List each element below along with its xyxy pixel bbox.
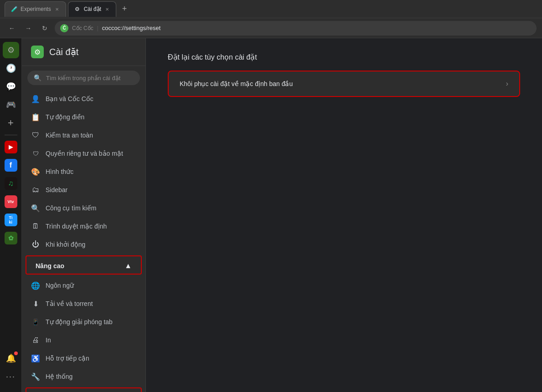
nav-label-kiem-tra-an-toan: Kiểm tra an toàn (46, 132, 93, 139)
nav-item-ho-tro-tiep-can[interactable]: ♿ Hỗ trợ tiếp cận (22, 349, 145, 367)
nav-icon-khi-khoi-dong: ⏻ (31, 240, 40, 249)
nav-item-sidebar[interactable]: 🗂 Sidebar (22, 181, 145, 199)
nav-item-cong-cu-tim-kiem[interactable]: 🔍 Công cụ tìm kiếm (22, 199, 145, 217)
sidebar-icon-settings[interactable]: ⚙ (3, 42, 19, 58)
nav-label-cong-cu-tim-kiem: Công cụ tìm kiếm (46, 204, 96, 212)
nav-label-tu-dong-giai-phong-tab: Tự động giải phóng tab (46, 318, 113, 326)
tabs-container: 🧪 Experiments ✕ ⚙ Cài đặt ✕ + (5, 1, 537, 17)
nav-item-kiem-tra-an-toan[interactable]: 🛡 Kiểm tra an toàn (22, 126, 145, 144)
greentool-glyph: ✿ (5, 232, 17, 244)
refresh-button[interactable]: ↻ (38, 22, 51, 35)
nav-label-ngon-ngu: Ngôn ngữ (46, 282, 74, 289)
nav-item-dat-lai[interactable]: 🔄 Đặt lại các tùy chọn cài đặt (26, 387, 142, 392)
nav-item-ngon-ngu[interactable]: 🌐 Ngôn ngữ (22, 276, 145, 295)
nav-item-tai-ve-va-torrent[interactable]: ⬇ Tải về và torrent (22, 295, 145, 313)
address-bar[interactable]: Ć Cốc Cốc | coccoc://settings/reset (55, 21, 537, 36)
nav-label-in: In (46, 336, 51, 344)
nav-icon-quyen-rieng-tu: 🛡 (31, 149, 40, 158)
reset-option-label: Khôi phục cài đặt về mặc định ban đầu (180, 80, 293, 87)
address-url: coccoc://settings/reset (102, 25, 161, 31)
nav-icon-cong-cu-tim-kiem: 🔍 (31, 204, 40, 213)
nav-icon-ho-tro-tiep-can: ♿ (31, 354, 40, 363)
add-glyph: + (8, 117, 14, 129)
sidebar-icon-youtube[interactable]: ▶ (3, 139, 19, 155)
forward-button[interactable]: → (22, 22, 35, 35)
more-glyph: ··· (6, 372, 15, 382)
tab-bar: 🧪 Experiments ✕ ⚙ Cài đặt ✕ + (0, 0, 542, 18)
nav-item-tu-dong-giai-phong-tab[interactable]: 📱 Tự động giải phóng tab (22, 313, 145, 331)
nav-label-hinh-thuc: Hình thức (46, 168, 73, 175)
tab-close-experiments[interactable]: ✕ (54, 6, 60, 12)
sidebar-icon-greentool[interactable]: ✿ (3, 230, 19, 246)
spotify-glyph: ♫ (5, 177, 17, 190)
tab-close-settings[interactable]: ✕ (104, 6, 110, 12)
sidebar-icon-notification[interactable]: 🔔 (3, 350, 19, 367)
gaming-glyph: 🎮 (6, 100, 16, 110)
settings-nav-panel: ⚙ Cài đặt 🔍 Tìm kiếm trong phần cài đặt … (22, 38, 146, 392)
nav-icon-he-thong: 🔧 (31, 372, 40, 381)
nav-items-list: 👤 Bạn và Cốc Cốc 📋 Tự động điền 🛡 Kiểm t… (22, 90, 145, 392)
nav-icon-kiem-tra-an-toan: 🛡 (31, 131, 40, 140)
nav-icon-tai-ve-va-torrent: ⬇ (31, 299, 40, 308)
left-sidebar: ⚙ 🕐 💬 🎮 + ▶ f ♫ Vtv Tiki ✿ 🔔 (0, 38, 22, 392)
nav-label-he-thong: Hệ thống (46, 373, 72, 380)
nav-label-ban-va-coc-coc: Bạn và Cốc Cốc (46, 95, 93, 102)
left-sidebar-bottom: 🔔 ··· (3, 350, 19, 388)
nav-item-hinh-thuc[interactable]: 🎨 Hình thức (22, 163, 145, 181)
reset-option-card[interactable]: Khôi phục cài đặt về mặc định ban đầu › (168, 71, 520, 97)
nav-item-tu-dong-dien[interactable]: 📋 Tự động điền (22, 108, 145, 126)
address-favicon: Ć (60, 24, 68, 32)
notification-glyph: 🔔 (6, 353, 16, 363)
advanced-section-header[interactable]: Nâng cao ▲ (26, 255, 142, 275)
facebook-glyph: f (5, 159, 17, 172)
nav-item-quyen-rieng-tu[interactable]: 🛡 Quyền riêng tư và bảo mật (22, 144, 145, 163)
nav-label-ho-tro-tiep-can: Hỗ trợ tiếp cận (46, 355, 89, 362)
sidebar-icon-gaming[interactable]: 🎮 (3, 97, 19, 113)
history-glyph: 🕐 (6, 63, 16, 73)
tab-favicon-experiments: 🧪 (10, 5, 18, 13)
nav-item-he-thong[interactable]: 🔧 Hệ thống (22, 367, 145, 386)
tab-settings[interactable]: ⚙ Cài đặt ✕ (68, 1, 116, 17)
tab-label-experiments: Experiments (21, 6, 51, 12)
advanced-section-chevron: ▲ (124, 262, 132, 270)
nav-icon-tu-dong-giai-phong-tab: 📱 (31, 317, 40, 326)
nav-icon-trinh-duyet-mac-dinh: 🗓 (31, 222, 40, 231)
nav-label-quyen-rieng-tu: Quyền riêng tư và bảo mật (46, 150, 123, 157)
sidebar-icon-messenger[interactable]: 💬 (3, 78, 19, 95)
sidebar-separator-1 (5, 135, 17, 135)
nav-label-khi-khoi-dong: Khi khởi động (46, 241, 85, 248)
nav-label-sidebar: Sidebar (46, 186, 67, 193)
new-tab-button[interactable]: + (118, 3, 131, 15)
settings-header: ⚙ Cài đặt (22, 38, 145, 66)
sidebar-icon-add[interactable]: + (3, 115, 19, 131)
nav-label-tu-dong-dien: Tự động điền (46, 113, 84, 121)
content-section-title: Đặt lại các tùy chọn cài đặt (168, 53, 520, 61)
chevron-right-icon: › (506, 80, 508, 88)
nav-label-tai-ve-va-torrent: Tải về và torrent (46, 300, 93, 307)
sidebar-icon-more[interactable]: ··· (3, 368, 19, 385)
settings-search-wrapper: 🔍 Tìm kiếm trong phần cài đặt (22, 66, 145, 90)
notification-badge (14, 351, 18, 355)
back-button[interactable]: ← (5, 22, 18, 35)
tab-experiments[interactable]: 🧪 Experiments ✕ (5, 1, 66, 17)
sidebar-icon-tiki[interactable]: Tiki (3, 212, 19, 228)
sidebar-icon-history[interactable]: 🕐 (3, 60, 19, 76)
vtv-glyph: Vtv (5, 195, 17, 208)
nav-icon-hinh-thuc: 🎨 (31, 167, 40, 176)
nav-item-trinh-duyet-mac-dinh[interactable]: 🗓 Trình duyệt mặc định (22, 217, 145, 235)
nav-item-in[interactable]: 🖨 In (22, 331, 145, 349)
nav-icon-ban-va-coc-coc: 👤 (31, 94, 40, 103)
advanced-section-label: Nâng cao (36, 262, 64, 270)
sidebar-icon-facebook[interactable]: f (3, 157, 19, 173)
sidebar-icon-vtv[interactable]: Vtv (3, 193, 19, 210)
messenger-glyph: 💬 (6, 81, 16, 92)
search-icon: 🔍 (34, 74, 41, 81)
search-placeholder: Tìm kiếm trong phần cài đặt (46, 75, 120, 81)
settings-search-bar[interactable]: 🔍 Tìm kiếm trong phần cài đặt (27, 71, 140, 85)
nav-item-ban-va-coc-coc[interactable]: 👤 Bạn và Cốc Cốc (22, 90, 145, 108)
sidebar-icon-spotify[interactable]: ♫ (3, 175, 19, 192)
tiki-glyph: Tiki (5, 214, 17, 226)
settings-header-icon: ⚙ (31, 46, 44, 58)
settings-container: ⚙ Cài đặt 🔍 Tìm kiếm trong phần cài đặt … (22, 38, 542, 392)
nav-item-khi-khoi-dong[interactable]: ⏻ Khi khởi động (22, 235, 145, 254)
